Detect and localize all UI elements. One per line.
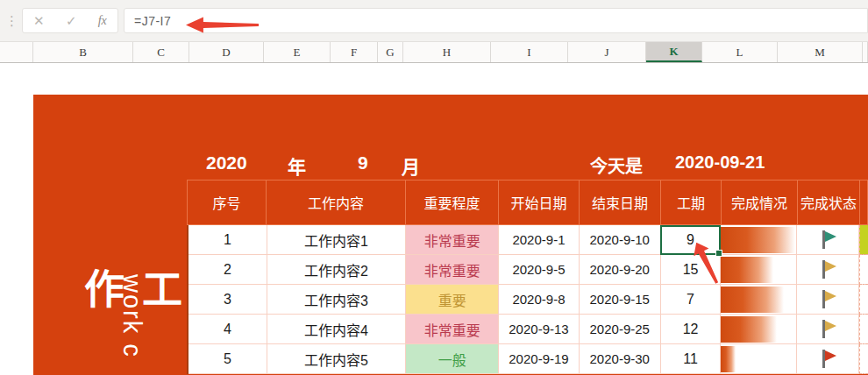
column-header-I[interactable]: I (491, 42, 568, 62)
table-header-row: 序号工作内容重要程度开始日期结束日期工期完成情况完成状态 (187, 180, 868, 225)
confirm-icon[interactable]: ✓ (66, 13, 77, 29)
column-header-E[interactable]: E (264, 42, 331, 62)
cell-start-date[interactable]: 2020-9-8 (499, 285, 580, 315)
cell-priority[interactable]: 一般 (406, 344, 499, 374)
flag-yellow-icon (820, 320, 836, 338)
column-header-C[interactable]: C (133, 42, 189, 62)
table-header-cell[interactable]: 开始日期 (498, 180, 579, 225)
sheet-banner: 工作 work c 2020 年 9 月 今天是 2020-09-21 序号工作… (33, 95, 868, 375)
table-header-cell[interactable]: 序号 (187, 180, 266, 225)
cell-duration[interactable]: 7 (661, 285, 722, 315)
flag-red-icon (820, 350, 836, 368)
formula-text: =J7-I7 (134, 14, 171, 28)
cell-end-date[interactable]: 2020-9-20 (580, 255, 661, 285)
column-header-K[interactable]: K (646, 42, 702, 62)
table-header-cell[interactable]: 工作内容 (266, 180, 405, 225)
progress-bar (721, 316, 776, 343)
cell-content[interactable]: 工作内容3 (267, 285, 407, 315)
cell-start-date[interactable]: 2020-9-19 (499, 344, 580, 374)
cell-end-date[interactable]: 2020-9-25 (580, 315, 661, 344)
table-row: 5工作内容5一般2020-9-192020-9-3011 (189, 344, 868, 374)
table-row: 3工作内容3重要2020-9-82020-9-157 (189, 285, 868, 315)
cell-content[interactable]: 工作内容2 (267, 255, 407, 285)
cell-index[interactable]: 4 (189, 315, 267, 344)
flag-cloth (825, 350, 836, 361)
cell-priority[interactable]: 重要 (406, 285, 499, 315)
cell-right-strip[interactable] (859, 255, 868, 285)
column-header-J[interactable]: J (568, 42, 646, 62)
formula-input[interactable]: =J7-I7 (124, 8, 868, 33)
table-header-cell[interactable]: 完成情况 (721, 180, 797, 225)
column-header-F[interactable]: F (331, 42, 378, 62)
cell-status[interactable] (797, 344, 859, 374)
title-year-label: 年 (288, 152, 306, 179)
table-header-cell[interactable]: 工期 (660, 180, 721, 225)
cell-progress[interactable] (721, 255, 797, 285)
cell-content[interactable]: 工作内容5 (267, 344, 407, 374)
cell-status[interactable] (797, 255, 859, 285)
flag-yellow-icon (820, 260, 836, 279)
column-header-M[interactable]: M (778, 42, 863, 62)
cell-content[interactable]: 工作内容1 (267, 225, 407, 255)
drag-handle-icon[interactable]: ⋮ (5, 12, 18, 30)
vertical-title-en: work c (117, 274, 146, 358)
cell-index[interactable]: 5 (189, 344, 267, 374)
flag-cloth (825, 231, 836, 242)
cell-content[interactable]: 工作内容4 (267, 315, 407, 344)
table-row: 2工作内容2非常重要2020-9-52020-9-2015 (189, 255, 868, 285)
cell-status[interactable] (797, 285, 859, 315)
cell-duration[interactable]: 11 (661, 344, 722, 374)
cell-priority[interactable]: 非常重要 (406, 255, 499, 285)
table-header-sliver[interactable] (859, 180, 868, 225)
cell-priority[interactable]: 非常重要 (406, 315, 499, 344)
cell-status[interactable] (797, 225, 859, 255)
cell-index[interactable]: 3 (189, 285, 267, 315)
cell-duration[interactable]: 12 (661, 315, 722, 344)
flag-green-icon (820, 230, 836, 249)
cell-end-date[interactable]: 2020-9-15 (580, 285, 661, 315)
cell-index[interactable]: 2 (189, 255, 267, 285)
cell-right-strip[interactable] (859, 344, 868, 374)
title-today-label: 今天是 (590, 152, 643, 178)
table-title-row[interactable]: 2020 年 9 月 今天是 2020-09-21 (187, 151, 868, 180)
formula-buttons-group: ✕ ✓ fx (22, 8, 118, 33)
column-header-sliver (863, 42, 868, 62)
cell-progress[interactable] (721, 344, 797, 374)
column-header-H[interactable]: H (403, 42, 491, 62)
cell-index[interactable]: 1 (189, 225, 267, 255)
cell-start-date[interactable]: 2020-9-13 (499, 315, 580, 344)
column-header-B[interactable]: B (33, 42, 133, 62)
cancel-icon[interactable]: ✕ (33, 13, 45, 29)
cell-right-strip[interactable] (859, 315, 868, 344)
table-header-cell[interactable]: 完成状态 (797, 180, 859, 225)
cell-end-date[interactable]: 2020-9-30 (580, 344, 661, 374)
cell-right-strip[interactable] (859, 285, 868, 315)
table-header-cell[interactable]: 重要程度 (405, 180, 498, 225)
column-header-sliver (0, 42, 33, 62)
flag-cloth (825, 321, 836, 331)
title-month-label: 月 (402, 152, 420, 179)
cell-progress[interactable] (721, 285, 797, 315)
table-header-cell[interactable]: 结束日期 (579, 180, 660, 225)
cell-end-date[interactable]: 2020-9-10 (580, 225, 661, 255)
cell-start-date[interactable]: 2020-9-5 (499, 255, 580, 285)
selected-cell-outline[interactable] (660, 225, 721, 255)
table-row: 1工作内容1非常重要2020-9-12020-9-109 (189, 225, 868, 255)
insert-function-icon[interactable]: fx (98, 14, 107, 28)
cell-start-date[interactable]: 2020-9-1 (499, 225, 580, 255)
cell-status[interactable] (797, 315, 859, 344)
progress-bar (721, 287, 784, 313)
progress-bar (721, 346, 735, 372)
cell-right-strip[interactable] (859, 225, 868, 255)
formula-toolbar: ⋮ ✕ ✓ fx =J7-I7 (0, 0, 868, 42)
cell-priority[interactable]: 非常重要 (406, 225, 499, 255)
column-header-L[interactable]: L (702, 42, 778, 62)
title-year: 2020 (206, 152, 247, 173)
column-header-D[interactable]: D (189, 42, 264, 62)
flag-cloth (825, 291, 836, 301)
cell-progress[interactable] (721, 225, 797, 255)
work-plan-table: 2020 年 9 月 今天是 2020-09-21 序号工作内容重要程度开始日期… (187, 151, 868, 374)
cell-progress[interactable] (721, 315, 797, 344)
column-header-G[interactable]: G (378, 42, 403, 62)
flag-yellow-icon (820, 290, 836, 308)
